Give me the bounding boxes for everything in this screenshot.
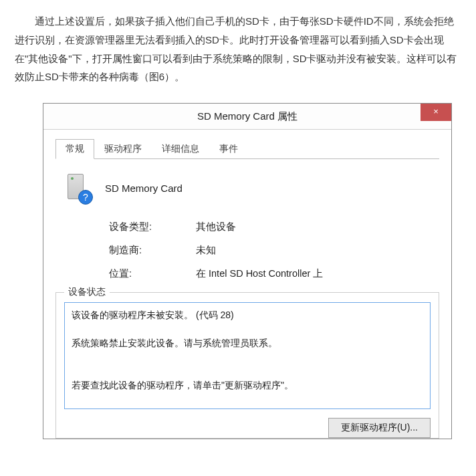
info-rows: 设备类型: 其他设备 制造商: 未知 位置: 在 Intel SD Host C… — [55, 221, 439, 280]
update-driver-button[interactable]: 更新驱动程序(U)... — [328, 418, 431, 438]
label-manufacturer: 制造商: — [109, 244, 196, 257]
device-status-group: 设备状态 更新驱动程序(U)... — [55, 292, 439, 439]
device-name: SD Memory Card — [105, 183, 183, 194]
value-manufacturer: 未知 — [196, 244, 216, 257]
tab-details[interactable]: 详细信息 — [152, 139, 209, 158]
value-device-type: 其他设备 — [196, 221, 236, 233]
article-paragraph: 通过上述设置后，如果孩子插入他们自己手机的SD卡，由于每张SD卡硬件ID不同，系… — [15, 12, 461, 86]
tab-events[interactable]: 事件 — [209, 139, 248, 158]
value-location: 在 Intel SD Host Controller 上 — [196, 267, 323, 280]
button-row: 更新驱动程序(U)... — [64, 411, 431, 438]
label-location: 位置: — [109, 267, 196, 280]
device-status-text[interactable] — [64, 302, 431, 409]
close-button[interactable]: × — [421, 104, 451, 121]
dialog-body: 常规 驱动程序 详细信息 事件 ? SD Memory Card 设备类型: 其… — [43, 130, 451, 439]
article-text: 通过上述设置后，如果孩子插入他们自己手机的SD卡，由于每张SD卡硬件ID不同，系… — [15, 12, 461, 86]
titlebar: SD Memory Card 属性 × — [43, 104, 451, 130]
dialog-title: SD Memory Card 属性 — [197, 110, 298, 123]
device-header: ? SD Memory Card — [55, 159, 439, 221]
tab-general[interactable]: 常规 — [55, 139, 94, 159]
tab-driver[interactable]: 驱动程序 — [94, 139, 152, 158]
row-manufacturer: 制造商: 未知 — [109, 244, 439, 257]
question-badge-icon: ? — [78, 190, 93, 205]
properties-dialog: SD Memory Card 属性 × 常规 驱动程序 详细信息 事件 ? SD… — [43, 103, 452, 439]
device-status-legend: 设备状态 — [64, 286, 110, 298]
row-device-type: 设备类型: 其他设备 — [109, 221, 439, 233]
tab-strip: 常规 驱动程序 详细信息 事件 — [55, 139, 439, 159]
row-location: 位置: 在 Intel SD Host Controller 上 — [109, 267, 439, 280]
label-device-type: 设备类型: — [109, 221, 196, 233]
device-icon: ? — [64, 174, 90, 202]
